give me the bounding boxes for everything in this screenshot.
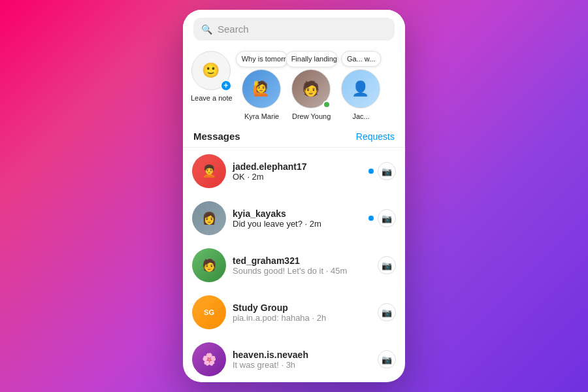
msg-right-ted-graham321: 📷 [378, 256, 396, 274]
msg-content-heaven-is-nevaeh: heaven.is.nevaeh It was great! · 3h [233, 350, 371, 370]
msg-right-jaded-elephant17: 📷 [368, 162, 396, 180]
camera-icon-heaven-is-nevaeh[interactable]: 📷 [378, 350, 396, 368]
kyra-marie-avatar: 🙋 [242, 69, 281, 108]
msg-username-heaven-is-nevaeh: heaven.is.nevaeh [233, 350, 371, 360]
msg-avatar-jaded-elephant17: 🧑‍🦱 [192, 154, 226, 188]
messages-header: Messages Requests [183, 128, 405, 148]
story-item-kyra-marie[interactable]: Why is tomorrow Monday!? 🤯 🙋 Kyra Marie [242, 69, 282, 120]
story-item-jac[interactable]: Ga... w... 👤 Jac... [341, 69, 382, 120]
msg-preview-kyia-kayaks: Did you leave yet? · 2m [233, 219, 362, 229]
jac-avatar: 👤 [341, 69, 380, 108]
search-bar: 🔍 Search [183, 10, 405, 46]
message-item-kyia-kayaks[interactable]: 👩 kyia_kayaks Did you leave yet? · 2m 📷 [183, 195, 405, 242]
plus-badge: + [220, 80, 232, 91]
msg-avatar-heaven-is-nevaeh: 🌸 [192, 342, 226, 376]
camera-icon-study-group[interactable]: 📷 [378, 303, 396, 321]
unread-dot-kyia-kayaks [368, 216, 374, 221]
msg-username-kyia-kayaks: kyia_kayaks [233, 208, 362, 219]
msg-preview-jaded-elephant17: OK · 2m [233, 172, 362, 182]
msg-username-ted-graham321: ted_graham321 [233, 255, 371, 266]
msg-content-study-group: Study Group pia.in.a.pod: hahaha · 2h [233, 302, 371, 323]
kyra-marie-bubble: Why is tomorrow Monday!? 🤯 [236, 51, 288, 67]
kyra-marie-name: Kyra Marie [244, 112, 279, 120]
msg-username-study-group: Study Group [233, 302, 371, 313]
stories-row: 🙂 + Leave a note Why is tomorrow Monday!… [183, 46, 405, 128]
search-icon: 🔍 [201, 24, 212, 35]
msg-preview-ted-graham321: Sounds good! Let's do it · 45m [233, 266, 371, 276]
message-item-ted-graham321[interactable]: 🧑 ted_graham321 Sounds good! Let's do it… [183, 242, 405, 289]
msg-preview-heaven-is-nevaeh: It was great! · 3h [233, 360, 371, 370]
jac-bubble: Ga... w... [341, 51, 381, 67]
msg-content-ted-graham321: ted_graham321 Sounds good! Let's do it ·… [233, 255, 371, 276]
jac-name: Jac... [352, 112, 369, 120]
msg-avatar-study-group: SG [192, 295, 226, 329]
leave-note-label: Leave a note [191, 94, 233, 102]
msg-content-jaded-elephant17: jaded.elephant17 OK · 2m [233, 161, 362, 182]
camera-icon-jaded-elephant17[interactable]: 📷 [378, 162, 396, 180]
msg-content-kyia-kayaks: kyia_kayaks Did you leave yet? · 2m [233, 208, 362, 229]
drew-young-bubble: Finally landing in NYC! ❤️ [286, 51, 338, 67]
search-placeholder: Search [218, 24, 249, 35]
msg-right-kyia-kayaks: 📷 [368, 209, 396, 227]
online-badge [323, 101, 331, 108]
unread-dot-jaded-elephant17 [368, 169, 374, 174]
search-input-wrap[interactable]: 🔍 Search [193, 18, 395, 41]
msg-avatar-ted-graham321: 🧑 [192, 248, 226, 282]
requests-link[interactable]: Requests [356, 131, 395, 142]
message-item-jaded-elephant17[interactable]: 🧑‍🦱 jaded.elephant17 OK · 2m 📷 [183, 148, 405, 195]
camera-icon-kyia-kayaks[interactable]: 📷 [378, 209, 396, 227]
message-item-heaven-is-nevaeh[interactable]: 🌸 heaven.is.nevaeh It was great! · 3h 📷 [183, 336, 405, 382]
story-item-leave-note[interactable]: 🙂 + Leave a note [191, 51, 233, 102]
message-item-study-group[interactable]: SG Study Group pia.in.a.pod: hahaha · 2h… [183, 289, 405, 336]
camera-icon-ted-graham321[interactable]: 📷 [378, 256, 396, 274]
msg-right-study-group: 📷 [378, 303, 396, 321]
story-item-drew-young[interactable]: Finally landing in NYC! ❤️ 🧑 Drew Young [291, 69, 332, 120]
phone-container: 🔍 Search 🙂 + Leave a note Why is tomorro… [183, 10, 405, 382]
drew-young-name: Drew Young [292, 112, 331, 120]
msg-preview-study-group: pia.in.a.pod: hahaha · 2h [233, 313, 371, 323]
msg-right-heaven-is-nevaeh: 📷 [378, 350, 396, 368]
msg-username-jaded-elephant17: jaded.elephant17 [233, 161, 362, 172]
msg-avatar-kyia-kayaks: 👩 [192, 201, 226, 235]
messages-title: Messages [193, 131, 240, 142]
message-list: 🧑‍🦱 jaded.elephant17 OK · 2m 📷 👩 kyia_ka… [183, 148, 405, 382]
